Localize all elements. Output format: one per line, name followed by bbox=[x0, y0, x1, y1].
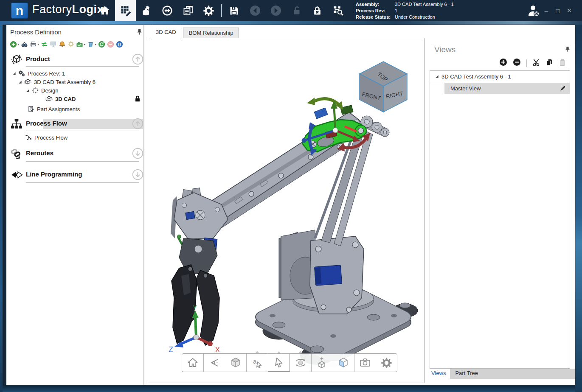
release-status-value: Under Construction bbox=[395, 14, 435, 20]
divider bbox=[26, 66, 139, 67]
back-icon[interactable] bbox=[245, 0, 265, 21]
lock-icon bbox=[134, 95, 141, 104]
view-home-icon[interactable] bbox=[182, 354, 203, 372]
section-reroutes[interactable]: Reroutes bbox=[6, 146, 143, 161]
toolbar-separator bbox=[221, 4, 222, 17]
tab-bom-relationship[interactable]: BOM Relationship bbox=[183, 28, 239, 38]
views-tree-master-view[interactable]: Master View bbox=[444, 83, 570, 94]
section-product[interactable]: Product bbox=[6, 52, 143, 67]
assembly-icon bbox=[24, 78, 31, 86]
process-definition-panel: Process Definition ▾ ▾ ▾ ▾ Prod bbox=[6, 25, 143, 385]
pause-icon[interactable] bbox=[116, 40, 123, 48]
view-settings-icon[interactable] bbox=[376, 354, 397, 372]
tab-views[interactable]: Views bbox=[427, 369, 450, 379]
look-at-icon[interactable] bbox=[203, 354, 225, 372]
pin-icon[interactable] bbox=[565, 46, 571, 54]
collapse-up-icon[interactable] bbox=[132, 53, 143, 67]
svg-text:a: a bbox=[253, 358, 257, 365]
section-label: Line Programming bbox=[26, 171, 82, 178]
cut-icon[interactable] bbox=[532, 59, 540, 68]
cad-viewport[interactable]: TOP FRONT RIGHT Y Z X bbox=[148, 38, 425, 383]
line-programming-icon bbox=[11, 170, 23, 181]
axis-label-y: Y bbox=[193, 304, 197, 311]
3d-scene[interactable]: TOP FRONT RIGHT Y Z X bbox=[148, 38, 425, 383]
tree-item-design[interactable]: Design bbox=[26, 86, 58, 95]
deploy-icon[interactable]: ▾ bbox=[76, 40, 85, 48]
collapse-down-icon[interactable] bbox=[132, 148, 143, 161]
tree-item-3d-cad[interactable]: 3D CAD bbox=[45, 95, 76, 103]
expander-icon[interactable] bbox=[26, 87, 30, 94]
find-icon[interactable] bbox=[21, 40, 28, 48]
robot-gripper[interactable] bbox=[171, 188, 228, 345]
explode-icon[interactable] bbox=[311, 354, 333, 372]
process-flow-icon bbox=[11, 118, 22, 132]
copy-icon[interactable] bbox=[545, 59, 553, 68]
snapshot-icon[interactable] bbox=[354, 354, 376, 372]
reorganize-icon[interactable] bbox=[41, 40, 48, 48]
assembly-info: Assembly:3D CAD Test Assembly 6 - 1 Proc… bbox=[356, 1, 454, 20]
orbit-icon[interactable] bbox=[290, 354, 311, 372]
close-button[interactable]: ✕ bbox=[565, 7, 573, 14]
notify-icon[interactable] bbox=[59, 40, 66, 48]
user-logout-icon[interactable] bbox=[526, 3, 541, 20]
section-label: Process Flow bbox=[26, 120, 67, 127]
remove-view-icon[interactable] bbox=[513, 58, 521, 68]
paste-icon[interactable] bbox=[559, 59, 566, 68]
add-icon[interactable]: ▾ bbox=[10, 40, 19, 48]
expander-icon[interactable] bbox=[12, 70, 16, 77]
release-icon[interactable] bbox=[136, 0, 157, 21]
collapse-down-icon[interactable] bbox=[132, 169, 143, 182]
documents-icon[interactable] bbox=[177, 0, 198, 21]
suspend-icon[interactable] bbox=[107, 40, 114, 48]
tree-item-process-flow[interactable]: Process Flow bbox=[25, 133, 67, 142]
accent-strip bbox=[0, 21, 582, 25]
configure-icon[interactable] bbox=[67, 40, 74, 48]
collapse-up-icon[interactable] bbox=[132, 118, 143, 131]
isometric-view-icon[interactable] bbox=[225, 354, 246, 372]
views-tree: 3D CAD Test Assembly 6 - 1 Master View bbox=[430, 70, 570, 369]
panel-divider[interactable] bbox=[143, 25, 144, 385]
expander-icon[interactable] bbox=[18, 79, 22, 85]
process-definition-icon[interactable] bbox=[115, 0, 136, 21]
section-line-programming[interactable]: Line Programming bbox=[6, 168, 143, 182]
lock-close-icon[interactable] bbox=[307, 0, 328, 21]
views-tree-root[interactable]: 3D CAD Test Assembly 6 - 1 bbox=[430, 71, 570, 82]
print-icon[interactable]: ▾ bbox=[30, 40, 39, 48]
unlock-icon[interactable] bbox=[286, 0, 307, 21]
logo-letter: n bbox=[16, 3, 23, 18]
select-label-icon[interactable]: a bbox=[246, 354, 268, 372]
divider bbox=[26, 182, 139, 183]
maximize-button[interactable]: □ bbox=[554, 7, 562, 14]
divider bbox=[26, 161, 139, 162]
add-view-icon[interactable] bbox=[499, 58, 507, 68]
presentation-icon[interactable] bbox=[50, 40, 57, 48]
tree-item-part-assignments[interactable]: Part Assignments bbox=[28, 105, 80, 113]
tree-item-process-rev[interactable]: Process Rev: 1 bbox=[12, 69, 65, 78]
panel-title: Process Definition bbox=[10, 28, 62, 36]
sync-icon[interactable] bbox=[157, 0, 177, 21]
select-cursor-icon[interactable] bbox=[268, 354, 290, 372]
edit-pencil-icon[interactable] bbox=[560, 85, 566, 93]
home-icon[interactable] bbox=[94, 0, 115, 21]
tab-3d-cad[interactable]: 3D CAD bbox=[150, 27, 182, 38]
view-cube[interactable]: TOP FRONT RIGHT bbox=[360, 62, 407, 112]
expander-icon[interactable] bbox=[435, 75, 439, 78]
section-view-icon[interactable] bbox=[333, 354, 354, 372]
tree-item-assembly[interactable]: 3D CAD Test Assembly 6 bbox=[18, 78, 96, 86]
window-bottom-frame bbox=[0, 385, 582, 392]
views-panel: Views 3D CAD Test Assembly 6 - 1 Master … bbox=[427, 25, 576, 385]
main-panel: 3D CAD BOM Relationship bbox=[145, 25, 427, 385]
settings-gear-icon[interactable] bbox=[198, 0, 219, 21]
views-panel-title: Views bbox=[434, 45, 455, 54]
tree-label: 3D CAD Test Assembly 6 bbox=[34, 79, 96, 85]
delete-icon[interactable]: ▾ bbox=[87, 40, 96, 48]
forward-icon[interactable] bbox=[265, 0, 286, 21]
pin-icon[interactable] bbox=[136, 29, 143, 37]
save-icon[interactable] bbox=[224, 0, 245, 21]
flow-search-icon[interactable] bbox=[328, 0, 349, 21]
tab-part-tree[interactable]: Part Tree bbox=[450, 369, 483, 379]
refresh-icon[interactable] bbox=[98, 40, 105, 48]
panel-toolbar: ▾ ▾ ▾ ▾ bbox=[10, 40, 123, 48]
section-process-flow[interactable]: Process Flow bbox=[6, 117, 143, 131]
minimize-button[interactable]: – bbox=[543, 7, 550, 14]
